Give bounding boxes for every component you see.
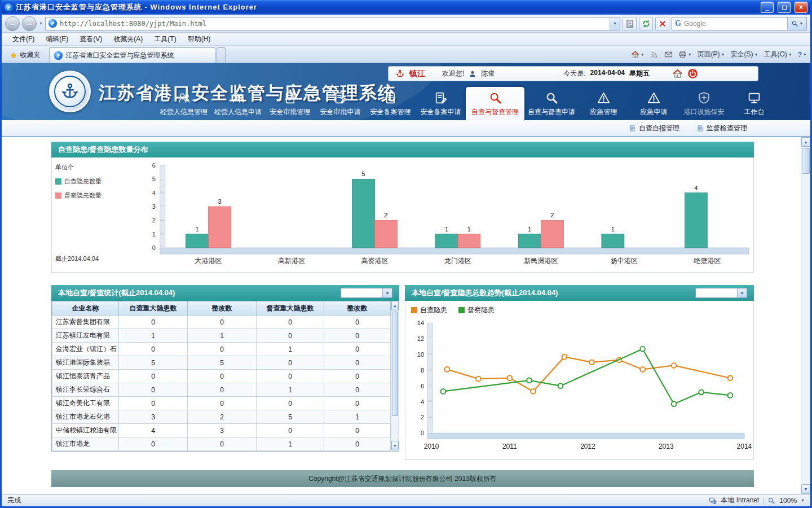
legend-item-self: 自查隐患: [411, 305, 447, 315]
scroll-up-button[interactable]: ▲: [801, 137, 810, 147]
favorites-button[interactable]: 收藏夹: [5, 47, 46, 63]
magnifier-icon: [545, 91, 559, 105]
nav-item-safety-approval-apply[interactable]: 安全审批申请: [315, 87, 365, 120]
nav-item-operator-info-apply[interactable]: 经营人信息申请: [211, 87, 265, 120]
nav-item-self-inspection-mgmt[interactable]: 自查与督查管理: [466, 87, 524, 120]
value-cell: 0: [188, 397, 257, 410]
help-menu-button[interactable]: ?▼: [798, 51, 807, 59]
y-axis-block: [427, 386, 433, 401]
dropdown-arrow-icon[interactable]: ▼: [382, 288, 392, 297]
bar-value-label: 1: [611, 226, 615, 233]
bar-value-label: 1: [467, 226, 471, 233]
page-scrollbar[interactable]: ▲ ▼: [801, 137, 810, 494]
address-input[interactable]: [60, 20, 607, 28]
table-row[interactable]: 镇江市港龙石化港3251: [52, 410, 391, 424]
table-row[interactable]: 镇江港国际集装箱5500: [52, 356, 391, 370]
nav-item-self-inspection-apply[interactable]: 自查与督查申请: [524, 87, 579, 120]
scroll-thumb[interactable]: [802, 148, 810, 174]
table-row[interactable]: 江苏镇江发电有限1100: [52, 329, 391, 343]
maximize-button[interactable]: [778, 2, 791, 13]
company-name-cell: 中储粮镇江粮油有限: [52, 424, 119, 437]
home-button[interactable]: ▼: [631, 50, 645, 59]
company-name-cell: 金海宏业（镇江）石: [52, 343, 119, 356]
back-button[interactable]: ←: [5, 16, 20, 31]
y-tick-label: 14: [417, 319, 424, 326]
nav-item-workbench[interactable]: 工作台: [729, 87, 779, 120]
menu-edit[interactable]: 编辑(E): [41, 33, 73, 45]
nav-item-port-facility-security[interactable]: 港口设施保安: [679, 87, 729, 120]
scroll-down-button[interactable]: ▼: [801, 484, 810, 494]
nav-item-safety-record-apply[interactable]: 安全备案申请: [416, 87, 466, 120]
menu-view[interactable]: 查看(V): [74, 33, 107, 45]
scroll-down-button[interactable]: ▼: [391, 441, 399, 450]
bar-self: [352, 179, 375, 248]
subnav-item-supervision-check[interactable]: 监督检查管理: [696, 124, 747, 133]
print-button[interactable]: ▼: [678, 50, 692, 59]
value-cell: 0: [119, 397, 188, 410]
table-scrollbar[interactable]: ▲ ▼: [391, 301, 399, 450]
nav-item-safety-approval-mgmt[interactable]: 安全审批管理: [265, 87, 315, 120]
document-icon: [696, 125, 704, 132]
nav-item-safety-record-mgmt[interactable]: 安全备案管理: [365, 87, 416, 120]
table-row[interactable]: 中储粮镇江粮油有限4300: [52, 424, 391, 437]
y-axis-block: [427, 370, 433, 385]
new-tab-stub[interactable]: [217, 47, 226, 63]
scroll-thumb[interactable]: [392, 312, 398, 416]
minimize-button[interactable]: _: [761, 2, 774, 13]
logout-button[interactable]: [687, 68, 698, 79]
search-input[interactable]: [684, 20, 784, 28]
tab-ie-icon: [54, 51, 63, 60]
warning-icon: [597, 91, 611, 105]
trend-filter-dropdown[interactable]: ▼: [695, 288, 747, 298]
content-area: 自查隐患/督查隐患数量分布 单位个 自查隐患数量 督察隐患数量 截止2014.0…: [2, 137, 810, 494]
table-row[interactable]: 镇江奇美化工有限0000: [52, 397, 391, 410]
address-ie-icon: [48, 19, 57, 28]
table-row[interactable]: 镇江李长荣综合石0010: [52, 383, 391, 397]
zoom-dropdown-icon[interactable]: ▼: [801, 498, 805, 502]
company-name-cell: 镇江奇美化工有限: [52, 397, 119, 410]
safety-menu-button[interactable]: 安全(S)▼: [731, 50, 758, 59]
subnav-item-self-report[interactable]: 自查自报管理: [629, 124, 679, 133]
tab-title: 江苏省港口安全监管与应急管理系统: [66, 51, 174, 60]
y-tick-label: 1: [152, 231, 156, 238]
table-row[interactable]: 镇江恒泰沥青产品0000: [52, 370, 391, 383]
refresh-button[interactable]: [639, 17, 653, 30]
table-row[interactable]: 镇江市港龙0010: [52, 437, 391, 451]
welcome-label: 欢迎您!: [442, 69, 464, 78]
legend-label: 督察隐患: [467, 305, 495, 315]
app-header: 江苏省港口安全监管与应急管理系统 镇江 欢迎您! 陈俊 今天是: 2014-04…: [2, 63, 810, 120]
forward-button[interactable]: →: [22, 16, 37, 31]
portal-home-button[interactable]: [672, 68, 683, 79]
menu-help[interactable]: 帮助(H): [183, 33, 216, 45]
dropdown-arrow-icon[interactable]: ▼: [737, 288, 747, 297]
status-zoom[interactable]: 100%: [779, 497, 797, 505]
tools-menu-button[interactable]: 工具(O)▼: [764, 50, 792, 59]
table-row[interactable]: 金海宏业（镇江）石0010: [52, 343, 391, 356]
nav-item-emergency-apply[interactable]: 应急申请: [629, 87, 679, 120]
compatibility-view-button[interactable]: [623, 17, 637, 30]
data-point: [672, 363, 677, 368]
user-name: 陈俊: [481, 69, 495, 78]
close-button[interactable]: ×: [795, 2, 807, 13]
browser-tab[interactable]: 江苏省港口安全监管与应急管理系统: [49, 47, 215, 63]
page-menu-button[interactable]: 页面(P)▼: [698, 50, 725, 59]
x-category-label: 新民洲港区: [524, 257, 558, 265]
nav-item-emergency-mgmt[interactable]: 应急管理: [579, 87, 629, 120]
search-button[interactable]: ▼: [787, 17, 806, 30]
scroll-up-button[interactable]: ▲: [391, 301, 399, 310]
stats-filter-dropdown[interactable]: ▼: [341, 288, 392, 298]
data-point: [562, 354, 567, 360]
data-point: [728, 375, 733, 380]
address-dropdown-button[interactable]: ▼: [610, 17, 620, 30]
nav-item-operator-info-mgmt[interactable]: 经营人信息管理: [157, 87, 211, 120]
read-mail-button[interactable]: [664, 50, 673, 59]
menu-favorites[interactable]: 收藏夹(A): [108, 33, 148, 45]
menu-tools[interactable]: 工具(T): [149, 33, 181, 45]
legend-swatch-self: [55, 178, 61, 185]
menu-file[interactable]: 文件(F): [7, 33, 39, 45]
history-dropdown-icon[interactable]: ▼: [39, 21, 43, 25]
table-row[interactable]: 江苏索普集团有限0000: [52, 316, 391, 329]
legend-label: 督察隐患数量: [64, 191, 102, 200]
stop-button[interactable]: [655, 17, 669, 30]
feeds-button[interactable]: [650, 50, 659, 59]
